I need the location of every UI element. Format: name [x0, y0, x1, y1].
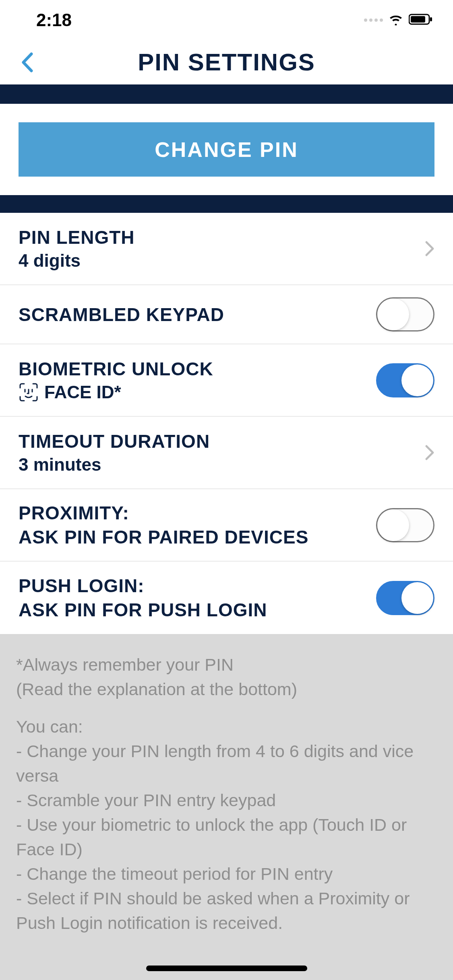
nav-header: PIN SETTINGS [0, 40, 453, 84]
change-pin-section: CHANGE PIN [0, 104, 453, 195]
status-time: 2:18 [36, 10, 72, 30]
toggle-scrambled-keypad[interactable] [376, 297, 434, 331]
separator-band [0, 195, 453, 213]
row-title: PUSH LOGIN: [19, 575, 267, 597]
row-title: PIN LENGTH [19, 226, 135, 248]
wifi-icon [388, 13, 404, 27]
toggle-push-login[interactable] [376, 581, 434, 615]
chevron-right-icon [425, 241, 434, 257]
status-icons [364, 13, 433, 27]
settings-list: PIN LENGTH 4 digits SCRAMBLED KEYPAD BIO… [0, 213, 453, 634]
toggle-biometric-unlock[interactable] [376, 363, 434, 397]
separator-band [0, 84, 453, 104]
row-timeout-duration[interactable]: TIMEOUT DURATION 3 minutes [0, 417, 453, 489]
face-id-icon [19, 382, 39, 402]
home-indicator[interactable] [146, 966, 307, 971]
page-title: PIN SETTINGS [0, 48, 453, 76]
row-subtitle: FACE ID* [44, 382, 121, 402]
info-line: - Use your biometric to unlock the app (… [16, 815, 407, 859]
cellular-icon [364, 19, 383, 22]
toggle-proximity[interactable] [376, 508, 434, 542]
info-line: - Select if PIN should be asked when a P… [16, 889, 410, 933]
change-pin-button[interactable]: CHANGE PIN [19, 122, 434, 177]
battery-icon [409, 13, 433, 27]
row-title: PROXIMITY: [19, 502, 308, 524]
info-line: *Always remember your PIN [16, 655, 234, 674]
info-line: You can: [16, 717, 83, 736]
chevron-right-icon [425, 445, 434, 461]
svg-rect-2 [430, 17, 432, 21]
info-line: - Change your PIN length from 4 to 6 dig… [16, 741, 414, 785]
row-proximity: PROXIMITY: ASK PIN FOR PAIRED DEVICES [0, 489, 453, 562]
row-value: 4 digits [19, 251, 135, 271]
info-text: *Always remember your PIN (Read the expl… [0, 634, 453, 980]
row-title: TIMEOUT DURATION [19, 430, 210, 452]
back-button[interactable] [20, 52, 34, 72]
svg-rect-1 [411, 16, 425, 23]
row-title: BIOMETRIC UNLOCK [19, 358, 213, 380]
row-value: 3 minutes [19, 455, 210, 475]
row-subtitle: ASK PIN FOR PAIRED DEVICES [19, 526, 308, 548]
info-line: - Change the timeout period for PIN entr… [16, 864, 333, 883]
info-line: (Read the explanation at the bottom) [16, 679, 297, 699]
row-pin-length[interactable]: PIN LENGTH 4 digits [0, 213, 453, 285]
row-biometric-unlock: BIOMETRIC UNLOCK FACE ID* [0, 344, 453, 417]
row-subtitle: ASK PIN FOR PUSH LOGIN [19, 599, 267, 621]
row-push-login: PUSH LOGIN: ASK PIN FOR PUSH LOGIN [0, 562, 453, 634]
status-bar: 2:18 [0, 0, 453, 40]
info-line: - Scramble your PIN entry keypad [16, 791, 276, 810]
row-scrambled-keypad: SCRAMBLED KEYPAD [0, 285, 453, 344]
row-title: SCRAMBLED KEYPAD [19, 304, 224, 325]
